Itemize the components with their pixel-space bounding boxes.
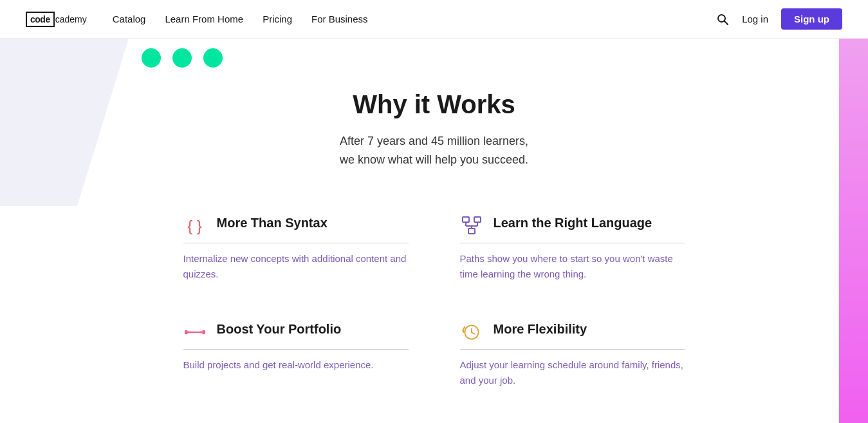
- features-grid: { } More Than Syntax Internalize new con…: [145, 195, 724, 395]
- svg-rect-4: [468, 229, 475, 234]
- hero-subtitle: After 7 years and 45 million learners, w…: [0, 132, 868, 169]
- svg-line-1: [725, 21, 728, 24]
- hero-title: Why it Works: [0, 90, 868, 119]
- logo-code: code: [30, 14, 50, 24]
- login-button[interactable]: Log in: [742, 14, 768, 24]
- nav-right: Log in Sign up: [716, 8, 842, 30]
- feature-card-portfolio: Boost Your Portfolio Build projects and …: [183, 314, 409, 395]
- search-button[interactable]: [716, 13, 729, 26]
- hero-subtitle-line1: After 7 years and 45 million learners,: [340, 135, 528, 147]
- nav-for-business[interactable]: For Business: [311, 14, 368, 24]
- signup-button[interactable]: Sign up: [781, 8, 842, 30]
- main-content: Why it Works After 7 years and 45 millio…: [0, 39, 868, 423]
- svg-rect-9: [185, 330, 188, 334]
- feature-header-syntax: { } More Than Syntax: [183, 214, 409, 243]
- braces-icon: { }: [183, 214, 207, 238]
- svg-rect-3: [474, 217, 481, 222]
- hero-subtitle-line2: we know what will help you succeed.: [340, 153, 528, 166]
- feature-header-language: Learn the Right Language: [460, 214, 685, 243]
- feature-desc-flexibility: Adjust your learning schedule around fam…: [460, 357, 685, 388]
- navbar: code cademy Catalog Learn From Home Pric…: [0, 0, 868, 39]
- nav-links: Catalog Learn From Home Pricing For Busi…: [113, 14, 716, 24]
- feature-card-syntax: { } More Than Syntax Internalize new con…: [183, 208, 409, 288]
- svg-rect-2: [463, 217, 469, 222]
- svg-rect-12: [200, 331, 202, 333]
- logo-box: code: [26, 12, 55, 27]
- nav-learn-from-home[interactable]: Learn From Home: [165, 14, 243, 24]
- logo-after: cademy: [55, 14, 87, 24]
- feature-desc-syntax: Internalize new concepts with additional…: [183, 251, 409, 282]
- feature-card-flexibility: More Flexibility Adjust your learning sc…: [460, 314, 685, 395]
- feature-title-syntax: More Than Syntax: [217, 214, 328, 231]
- feature-title-language: Learn the Right Language: [494, 214, 652, 231]
- nav-catalog[interactable]: Catalog: [113, 14, 146, 24]
- feature-header-flexibility: More Flexibility: [460, 321, 685, 350]
- feature-title-flexibility: More Flexibility: [494, 321, 587, 337]
- hero-section: Why it Works After 7 years and 45 millio…: [0, 39, 868, 195]
- svg-rect-10: [187, 331, 189, 333]
- clock-icon: [460, 321, 483, 344]
- feature-desc-portfolio: Build projects and get real-world experi…: [183, 357, 409, 373]
- search-icon: [716, 13, 729, 26]
- dumbbell-icon: [183, 321, 207, 344]
- feature-title-portfolio: Boost Your Portfolio: [217, 321, 342, 337]
- logo[interactable]: code cademy: [26, 12, 87, 27]
- svg-rect-13: [202, 330, 205, 334]
- svg-line-16: [472, 332, 474, 334]
- feature-desc-language: Paths show you where to start so you won…: [460, 251, 685, 282]
- nav-pricing[interactable]: Pricing: [263, 14, 292, 24]
- diagram-icon: [460, 214, 483, 238]
- feature-header-portfolio: Boost Your Portfolio: [183, 321, 409, 350]
- feature-card-language: Learn the Right Language Paths show you …: [460, 208, 685, 288]
